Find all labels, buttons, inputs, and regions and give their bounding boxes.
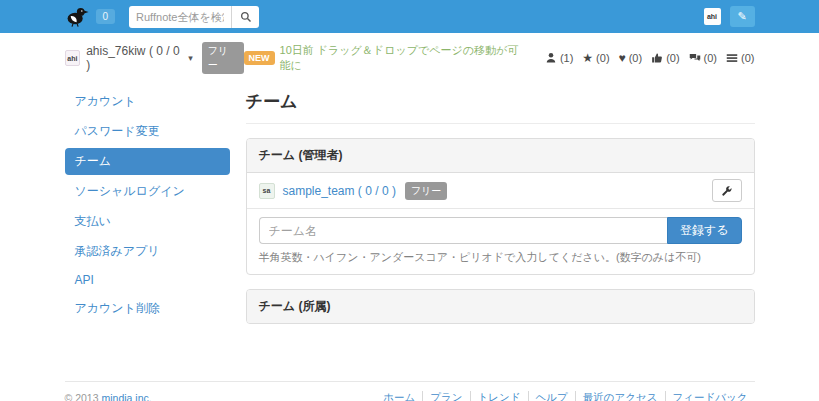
footer-link-plan[interactable]: プラン: [422, 391, 469, 401]
thumbs-up-icon: [651, 52, 663, 64]
footer-link-home[interactable]: ホーム: [376, 391, 422, 401]
topbar: 0 ahi ✎: [0, 0, 819, 33]
footer-link-help[interactable]: ヘルプ: [528, 391, 575, 401]
chevron-down-icon: ▾: [188, 53, 193, 63]
create-team-form: 登録する 半角英数・ハイフン・アンダースコア・ピリオドで入力してください。(数字…: [247, 209, 754, 274]
stats-bar: (1) ★ (0) ♥ (0) (0): [536, 52, 755, 64]
comments-icon: [689, 52, 701, 64]
sidebar-item-payment[interactable]: 支払い: [65, 208, 230, 235]
copyright: © 2013mindia inc.: [65, 392, 152, 401]
plan-badge: フリー: [202, 42, 244, 74]
member-icon: [545, 52, 557, 64]
team-row: sa sample_team ( 0 / 0 ) フリー: [247, 173, 754, 209]
sidebar-item-delete-account[interactable]: アカウント削除: [65, 295, 230, 322]
register-team-button[interactable]: 登録する: [667, 217, 742, 244]
footer-links: ホーム プラン トレンド ヘルプ 最近のアクセス フィードバック: [376, 391, 754, 401]
new-badge: NEW: [244, 51, 275, 65]
announcement-link[interactable]: NEW 10日前 ドラッグ＆ドロップでページの移動が可能に: [244, 43, 528, 73]
sidebar-item-authorized-apps[interactable]: 承認済みアプリ: [65, 238, 230, 265]
team-link[interactable]: sample_team ( 0 / 0 ): [283, 184, 396, 198]
team-plan-badge: フリー: [405, 182, 447, 200]
search-button[interactable]: [231, 6, 259, 28]
user-dropdown-toggle[interactable]: ahis_76kiw ( 0 / 0 ) ▾: [86, 44, 193, 72]
notification-count-badge[interactable]: 0: [96, 9, 116, 24]
stat-feed[interactable]: (0): [726, 52, 754, 64]
star-icon: ★: [582, 52, 593, 64]
sidebar-item-account[interactable]: アカウント: [65, 88, 230, 115]
footer-link-recent-access[interactable]: 最近のアクセス: [575, 391, 665, 401]
team-name-input[interactable]: [259, 217, 667, 244]
stat-likes[interactable]: ♥ (0): [619, 52, 643, 64]
admin-teams-panel-header: チーム (管理者): [247, 139, 754, 173]
sidebar-item-social-login[interactable]: ソーシャルログイン: [65, 178, 230, 205]
new-page-button[interactable]: ✎: [730, 6, 755, 27]
team-name-help-text: 半角英数・ハイフン・アンダースコア・ピリオドで入力してください。(数字のみは不可…: [259, 250, 742, 265]
sidebar-item-password[interactable]: パスワード変更: [65, 118, 230, 145]
sidebar-item-api[interactable]: API: [65, 268, 230, 292]
member-teams-panel: チーム (所属): [246, 289, 755, 324]
member-teams-panel-header: チーム (所属): [247, 290, 754, 323]
global-search: [129, 6, 259, 28]
stat-thumbs-up[interactable]: (0): [651, 52, 679, 64]
admin-teams-panel: チーム (管理者) sa sample_team ( 0 / 0 ) フリー 登…: [246, 138, 755, 275]
footer: © 2013mindia inc. ホーム プラン トレンド ヘルプ 最近のアク…: [65, 381, 755, 401]
page-title: チーム: [246, 90, 755, 124]
stat-comments[interactable]: (0): [689, 52, 717, 64]
team-avatar: sa: [259, 183, 275, 199]
heart-icon: ♥: [619, 52, 626, 64]
announcement-text: 10日前 ドラッグ＆ドロップでページの移動が可能に: [280, 43, 528, 73]
feed-icon: [726, 52, 738, 64]
footer-link-feedback[interactable]: フィードバック: [665, 391, 755, 401]
search-icon: [240, 11, 252, 23]
search-input[interactable]: [129, 6, 231, 28]
username: ahis_76kiw ( 0 / 0 ): [86, 44, 184, 72]
pencil-icon: ✎: [737, 10, 746, 22]
sidebar-item-team[interactable]: チーム: [65, 148, 230, 175]
team-settings-button[interactable]: [712, 179, 742, 202]
footer-link-trend[interactable]: トレンド: [470, 391, 528, 401]
wrench-icon: [721, 185, 733, 197]
bird-icon: [65, 6, 89, 27]
settings-sidebar: アカウント パスワード変更 チーム ソーシャルログイン 支払い 承認済みアプリ …: [65, 88, 230, 325]
user-bar: ahi ahis_76kiw ( 0 / 0 ) ▾ フリー NEW 10日前 …: [65, 42, 755, 74]
ruffnote-bird-logo[interactable]: [65, 6, 89, 27]
company-link[interactable]: mindia inc.: [102, 392, 152, 401]
user-avatar-small: ahi: [65, 50, 81, 66]
stat-members[interactable]: (1): [545, 52, 573, 64]
user-avatar[interactable]: ahi: [704, 8, 721, 25]
stat-stars[interactable]: ★ (0): [582, 52, 609, 64]
